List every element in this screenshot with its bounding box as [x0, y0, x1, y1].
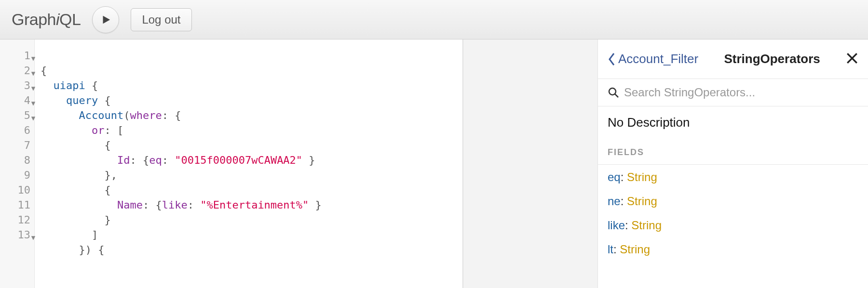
code-token: Id: [117, 154, 130, 166]
docs-search-input[interactable]: [624, 86, 858, 99]
gutter-line: 10: [0, 183, 34, 197]
gutter-line: 12: [0, 212, 34, 227]
docs-description: No Description: [598, 106, 868, 143]
docs-back-button[interactable]: Account_Filter: [608, 52, 698, 66]
search-icon: [608, 87, 619, 98]
code-token: "%Entertainment%": [200, 199, 309, 211]
query-editor[interactable]: 1▼2▼3▼4▼5▼678910111213▼ { uiapi { query …: [0, 39, 463, 288]
code-token: :: [162, 154, 175, 166]
code-token: }: [104, 214, 110, 226]
code-area[interactable]: { uiapi { query { Account(where: { or: […: [35, 39, 462, 288]
logo-text-post: QL: [59, 10, 81, 28]
gutter-line: 7: [0, 138, 34, 153]
docs-back-label: Account_Filter: [618, 52, 698, 66]
docs-field-row[interactable]: like: String: [608, 219, 858, 232]
docs-header: Account_Filter StringOperators: [598, 39, 868, 79]
result-pane: [463, 39, 598, 288]
gutter-line: 4▼: [0, 93, 34, 108]
topbar: GraphiQL Log out: [0, 0, 868, 39]
gutter-line: 3▼: [0, 78, 34, 93]
code-token: }) {: [79, 244, 104, 256]
execute-button[interactable]: [92, 6, 119, 33]
field-name: ne: [608, 195, 621, 208]
code-token: eq: [149, 154, 162, 166]
docs-panel: Account_Filter StringOperators No Descri…: [598, 39, 868, 288]
gutter-line: 5▼: [0, 108, 34, 123]
field-name: eq: [608, 170, 621, 183]
main-area: 1▼2▼3▼4▼5▼678910111213▼ { uiapi { query …: [0, 39, 868, 288]
code-token: : {: [143, 199, 162, 211]
docs-field-row[interactable]: eq: String: [608, 170, 858, 184]
gutter-line: 1▼: [0, 48, 34, 63]
field-name: lt: [608, 243, 613, 256]
docs-close-button[interactable]: [846, 52, 858, 66]
code-token: :: [188, 199, 201, 211]
docs-search: [598, 79, 868, 106]
gutter-line: 13▼: [0, 227, 34, 242]
graphiql-logo: GraphiQL: [12, 10, 81, 29]
logo-text-i: i: [56, 10, 59, 28]
svg-line-3: [615, 94, 618, 97]
gutter-line: 11: [0, 197, 34, 212]
field-colon: :: [625, 219, 631, 232]
code-token: }: [302, 154, 315, 166]
code-token: {: [104, 139, 110, 151]
field-colon: :: [621, 195, 627, 208]
play-icon: [100, 14, 111, 25]
close-icon: [846, 52, 858, 65]
docs-fields-list: eq: Stringne: Stringlike: Stringlt: Stri…: [598, 165, 868, 262]
code-token: "0015f000007wCAWAA2": [175, 154, 302, 166]
code-token: Account: [79, 109, 123, 121]
docs-section-title: FIELDS: [598, 143, 868, 165]
field-type: String: [631, 219, 662, 232]
docs-field-row[interactable]: ne: String: [608, 195, 858, 208]
code-token: (: [123, 109, 130, 121]
field-type: String: [620, 243, 650, 256]
code-token: }: [309, 199, 322, 211]
code-token: where: [130, 109, 162, 121]
field-colon: :: [613, 243, 620, 256]
svg-point-2: [609, 88, 616, 95]
gutter-line: 9: [0, 168, 34, 183]
gutter-line: 6: [0, 123, 34, 138]
fold-triangle-icon[interactable]: ▼: [30, 230, 36, 245]
gutter-line: 8: [0, 153, 34, 168]
code-token: },: [104, 169, 117, 181]
field-type: String: [627, 170, 657, 183]
app-root: GraphiQL Log out 1▼2▼3▼4▼5▼678910111213▼…: [0, 0, 868, 288]
code-token: query: [66, 94, 98, 106]
code-token: {: [98, 94, 111, 106]
field-colon: :: [621, 170, 627, 183]
code-token: {: [41, 65, 47, 77]
docs-field-row[interactable]: lt: String: [608, 243, 858, 256]
gutter-line: 2▼: [0, 63, 34, 78]
field-name: like: [608, 219, 625, 232]
docs-title: StringOperators: [702, 52, 842, 66]
field-type: String: [627, 195, 657, 208]
chevron-left-icon: [608, 52, 616, 66]
code-token: uiapi: [54, 79, 85, 92]
line-gutter: 1▼2▼3▼4▼5▼678910111213▼: [0, 39, 35, 288]
code-token: or: [92, 124, 105, 136]
code-token: like: [162, 199, 188, 211]
code-token: Name: [117, 199, 143, 211]
logo-text-pre: Graph: [12, 10, 56, 28]
code-token: : {: [162, 109, 181, 121]
code-token: ]: [92, 229, 98, 241]
code-token: {: [85, 79, 98, 92]
code-token: : [: [104, 124, 123, 136]
code-token: {: [104, 184, 110, 196]
code-token: : {: [130, 154, 149, 166]
logout-button[interactable]: Log out: [131, 8, 191, 31]
